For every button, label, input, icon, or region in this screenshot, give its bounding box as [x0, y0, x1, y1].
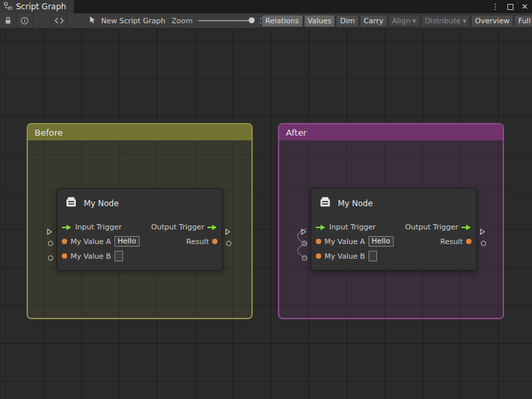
node-ports: Input Trigger Output Trigger My Value A …	[57, 218, 222, 270]
code-icon	[55, 17, 64, 24]
view-code-button[interactable]	[51, 13, 67, 28]
port-label: My Value A	[70, 237, 111, 246]
titlebar: Script Graph ⋮ ✕	[0, 0, 532, 13]
group-label: After	[286, 128, 307, 138]
graph-value-port[interactable]	[48, 241, 53, 246]
flow-output-port-icon[interactable]	[207, 221, 217, 233]
toolbar: New Script Graph Zoom 1x Relations Value…	[0, 13, 532, 29]
toolbar-left-tools	[0, 13, 67, 28]
window-controls: ⋮ ✕	[491, 0, 528, 13]
overview-button[interactable]: Overview	[471, 15, 513, 27]
relations-button[interactable]: Relations	[261, 15, 303, 27]
port-label: Result	[440, 237, 463, 246]
zoom-control: Zoom 1x	[172, 13, 268, 28]
zoom-label: Zoom	[172, 17, 193, 25]
node-my-node-after[interactable]: My Node Input Trigger Output Trigger	[311, 188, 477, 271]
port-label: Output Trigger	[405, 223, 458, 231]
value-b-input[interactable]	[114, 251, 123, 261]
toolbar-buttons: Relations Values Dim Carry Align ▾ Distr…	[261, 15, 532, 27]
zoom-slider-handle[interactable]	[249, 17, 255, 23]
value-output-port-icon[interactable]	[466, 239, 471, 244]
value-input-port-icon[interactable]	[316, 239, 321, 244]
value-input-port-icon[interactable]	[316, 253, 321, 259]
fullscreen-button[interactable]: Full Scr	[514, 15, 532, 27]
graph-flow-port[interactable]	[225, 225, 231, 233]
value-a-input[interactable]: Hello	[368, 236, 394, 247]
value-b-input[interactable]	[368, 251, 377, 261]
graph-name-area: New Script Graph	[88, 13, 166, 28]
graph-value-port[interactable]	[48, 255, 53, 261]
info-icon	[21, 17, 29, 25]
port-label: My Value B	[70, 252, 111, 261]
lock-button[interactable]	[0, 13, 17, 28]
tab-title: Script Graph	[16, 2, 66, 11]
graph-value-port[interactable]	[226, 241, 231, 246]
close-icon[interactable]: ✕	[521, 2, 528, 11]
group-after-header[interactable]: After	[279, 124, 503, 140]
info-button[interactable]	[17, 13, 33, 28]
group-before-header[interactable]: Before	[28, 124, 251, 140]
value-input-port-icon[interactable]	[62, 239, 67, 244]
values-button[interactable]: Values	[304, 15, 336, 27]
node-my-node-before[interactable]: My Node Input Trigger Output Trigger	[57, 188, 223, 271]
graph-flow-port[interactable]	[479, 225, 485, 233]
chevron-down-icon: ▾	[412, 17, 416, 25]
chevron-down-icon: ▾	[463, 17, 467, 25]
kebab-menu-icon[interactable]: ⋮	[491, 2, 499, 11]
cursor-pointer-icon	[88, 16, 96, 26]
port-label: Input Trigger	[329, 223, 376, 231]
port-label: Input Trigger	[75, 223, 122, 231]
lock-icon	[5, 17, 11, 25]
port-label: My Value A	[325, 237, 365, 246]
script-graph-icon	[4, 2, 12, 12]
port-label: Output Trigger	[151, 223, 204, 231]
graph-canvas[interactable]: Before After	[0, 29, 532, 399]
node-ports: Input Trigger Output Trigger My Value A …	[311, 218, 476, 270]
node-icon	[65, 196, 78, 211]
flow-output-port-icon[interactable]	[462, 221, 471, 233]
value-a-input[interactable]: Hello	[114, 236, 140, 247]
node-header[interactable]: My Node	[57, 189, 222, 218]
dim-button[interactable]: Dim	[336, 15, 358, 27]
value-output-port-icon[interactable]	[212, 239, 217, 244]
graph-value-port[interactable]	[481, 241, 486, 246]
port-label: Result	[186, 237, 209, 246]
group-label: Before	[35, 128, 63, 138]
node-title: My Node	[84, 199, 119, 208]
graph-flow-port[interactable]	[301, 225, 307, 233]
graph-name-label: New Script Graph	[101, 17, 166, 25]
graph-value-port[interactable]	[302, 241, 307, 246]
align-dropdown[interactable]: Align ▾	[388, 15, 420, 27]
zoom-slider[interactable]	[198, 20, 254, 21]
node-icon	[319, 196, 332, 211]
value-input-port-icon[interactable]	[62, 253, 67, 259]
script-graph-window: Script Graph ⋮ ✕	[0, 0, 532, 399]
node-header[interactable]: My Node	[311, 189, 476, 218]
graph-value-port[interactable]	[302, 255, 307, 261]
tab-script-graph[interactable]: Script Graph	[0, 0, 74, 13]
node-title: My Node	[338, 199, 373, 208]
flow-input-port-icon[interactable]	[316, 221, 326, 233]
port-label: My Value B	[325, 252, 365, 261]
maximize-icon[interactable]	[507, 4, 513, 10]
distribute-dropdown[interactable]: Distribute ▾	[421, 15, 471, 27]
graph-flow-port[interactable]	[47, 225, 53, 233]
flow-input-port-icon[interactable]	[62, 221, 72, 233]
carry-button[interactable]: Carry	[360, 15, 388, 27]
